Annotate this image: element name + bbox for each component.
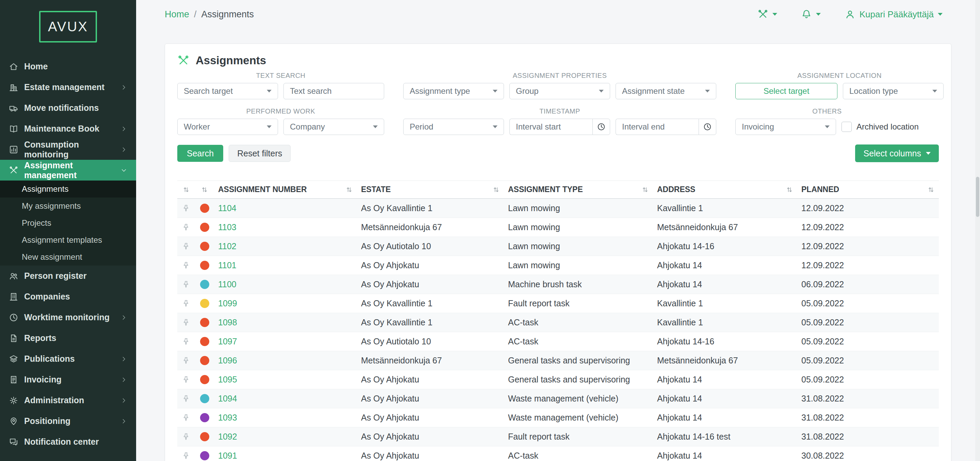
status-dot xyxy=(200,318,209,327)
pin-icon[interactable] xyxy=(181,356,191,365)
interval-start-clock-button[interactable] xyxy=(592,119,610,135)
pin-icon[interactable] xyxy=(181,318,191,327)
assignment-number-link[interactable]: 1098 xyxy=(218,318,237,327)
group-select[interactable]: Group xyxy=(509,83,610,99)
interval-end-input[interactable] xyxy=(616,119,698,135)
tools-menu-button[interactable] xyxy=(757,9,777,20)
search-button[interactable]: Search xyxy=(177,145,223,162)
topbar-right: Kupari Pääkäyttäjä xyxy=(757,9,943,20)
pin-icon[interactable] xyxy=(181,394,191,403)
sidebar-subitem-projects[interactable]: Projects xyxy=(0,214,136,231)
sidebar-subitem-new-assignment[interactable]: New assignment xyxy=(0,249,136,266)
interval-end-clock-button[interactable] xyxy=(698,119,716,135)
assignment-state-select[interactable]: Assignment state xyxy=(616,83,716,99)
assignment-number-link[interactable]: 1093 xyxy=(218,413,237,422)
sidebar-subitem-assignment-templates[interactable]: Assignment templates xyxy=(0,231,136,249)
sidebar-item-publications[interactable]: Publications xyxy=(0,349,136,369)
sidebar-item-positioning[interactable]: Positioning xyxy=(0,411,136,431)
pin-icon[interactable] xyxy=(181,432,191,441)
sidebar-item-worktime-monitoring[interactable]: Worktime monitoring xyxy=(0,307,136,328)
sort-icon xyxy=(641,186,649,193)
sidebar-item-administration[interactable]: Administration xyxy=(0,390,136,411)
period-select[interactable]: Period xyxy=(403,119,504,135)
sidebar-item-maintenance-book[interactable]: Maintenance Book xyxy=(0,118,136,139)
sidebar-item-estate-management[interactable]: Estate management xyxy=(0,77,136,98)
sidebar-subitem-my-assignments[interactable]: My assignments xyxy=(0,198,136,214)
search-target-select[interactable]: Search target xyxy=(177,83,278,99)
sidebar-item-label: Estate management xyxy=(24,82,105,92)
sidebar-item-move-notifications[interactable]: Move notifications xyxy=(0,98,136,118)
scrollbar[interactable] xyxy=(975,0,980,461)
invoicing-select[interactable]: Invoicing xyxy=(735,119,836,135)
sidebar-item-reports[interactable]: Reports xyxy=(0,328,136,349)
worker-select[interactable]: Worker xyxy=(177,119,278,135)
assignment-number-link[interactable]: 1091 xyxy=(218,451,237,460)
pin-icon[interactable] xyxy=(181,337,191,346)
sidebar-item-label: Companies xyxy=(24,292,70,301)
pin-icon[interactable] xyxy=(181,299,191,308)
status-dot xyxy=(200,413,209,422)
assignment-number-link[interactable]: 1103 xyxy=(218,222,237,232)
pin-icon[interactable] xyxy=(181,451,191,460)
pin-icon[interactable] xyxy=(181,204,191,213)
column-header-number[interactable]: ASSIGNMENT NUMBER xyxy=(214,181,357,199)
column-header-pin[interactable] xyxy=(177,181,195,199)
pin-icon[interactable] xyxy=(181,375,191,384)
planned-cell: 12.09.2022 xyxy=(797,198,939,218)
assignment-number-link[interactable]: 1097 xyxy=(218,337,237,346)
column-header-estate[interactable]: ESTATE xyxy=(357,181,504,199)
sidebar-subitem-assignments[interactable]: Assignments xyxy=(0,181,136,198)
scrollbar-thumb[interactable] xyxy=(976,177,979,217)
sidebar-item-consumption-monitoring[interactable]: Consumption monitoring xyxy=(0,139,136,160)
assignments-card: Assignments TEXT SEARCHSearch targetASSI… xyxy=(165,44,951,461)
sidebar-item-home[interactable]: Home xyxy=(0,56,136,77)
breadcrumb-home-link[interactable]: Home xyxy=(165,9,189,20)
company-select[interactable]: Company xyxy=(283,119,384,135)
pin-icon xyxy=(8,416,19,426)
sidebar-item-companies[interactable]: Companies xyxy=(0,286,136,307)
column-header-status[interactable] xyxy=(195,181,214,199)
interval-start-input[interactable] xyxy=(509,119,592,135)
pin-icon[interactable] xyxy=(181,223,191,232)
select-columns-button[interactable]: Select columns xyxy=(855,144,939,162)
assignment-number-link[interactable]: 1102 xyxy=(218,241,237,251)
sidebar-item-assignment-management[interactable]: Assignment management xyxy=(0,160,136,181)
column-header-planned[interactable]: PLANNED xyxy=(797,181,939,199)
assignment-number-link[interactable]: 1104 xyxy=(218,203,237,213)
notifications-menu-button[interactable] xyxy=(801,9,821,20)
pin-cell xyxy=(177,294,195,313)
pin-icon[interactable] xyxy=(181,242,191,251)
select-target-button[interactable]: Select target xyxy=(735,83,837,99)
address-cell: Ahjokatu 14 xyxy=(653,275,797,294)
column-header-type[interactable]: ASSIGNMENT TYPE xyxy=(504,181,653,199)
assignment-number-link[interactable]: 1095 xyxy=(218,375,237,384)
logo[interactable]: AVUX xyxy=(0,0,136,56)
pin-icon[interactable] xyxy=(181,413,191,422)
sidebar-item-invoicing[interactable]: Invoicing xyxy=(0,369,136,390)
address-cell: Ahjokatu 14-16 test xyxy=(653,427,797,447)
assignment-type-select[interactable]: Assignment type xyxy=(403,83,504,99)
reset-filters-button[interactable]: Reset filters xyxy=(229,145,291,162)
pin-icon[interactable] xyxy=(181,280,191,289)
assignment-number-link[interactable]: 1094 xyxy=(218,394,237,403)
sidebar-item-notification-center[interactable]: Notification center xyxy=(0,431,136,452)
location-type-select[interactable]: Location type xyxy=(843,83,943,99)
table-row: 1102As Oy Autiotalo 10Lawn mowingAhjokat… xyxy=(177,237,939,256)
assignment-number-link[interactable]: 1100 xyxy=(218,279,237,289)
assignment-number-link[interactable]: 1101 xyxy=(218,260,237,270)
assignment-number-link[interactable]: 1096 xyxy=(218,356,237,365)
user-icon xyxy=(845,9,856,20)
number-cell: 1097 xyxy=(214,332,357,351)
text-search-input[interactable] xyxy=(283,83,384,99)
pin-icon[interactable] xyxy=(181,261,191,270)
assignment-number-link[interactable]: 1092 xyxy=(218,432,237,441)
user-menu-button[interactable]: Kupari Pääkäyttäjä xyxy=(845,9,943,20)
sidebar-item-person-register[interactable]: Person register xyxy=(0,266,136,286)
assignment-number-link[interactable]: 1099 xyxy=(218,298,237,308)
archived-location-checkbox[interactable]: Archived location xyxy=(842,119,919,135)
address-cell: Ahjokatu 14 xyxy=(653,256,797,275)
column-header-address[interactable]: ADDRESS xyxy=(653,181,797,199)
filter-group-label: TIMESTAMP xyxy=(403,108,716,115)
breadcrumb: Home / Assignments xyxy=(165,9,254,20)
sort-icon xyxy=(345,186,353,193)
